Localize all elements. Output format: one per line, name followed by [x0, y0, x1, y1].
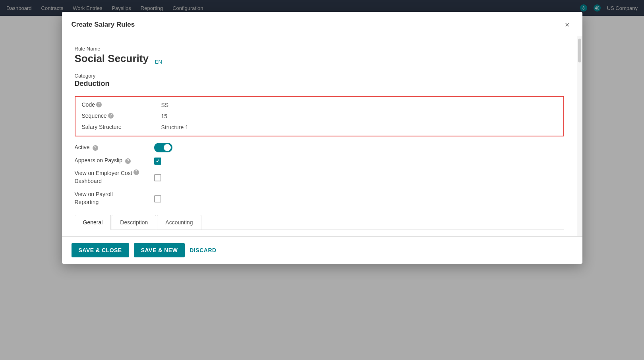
lang-badge[interactable]: EN	[155, 59, 162, 65]
active-label: Active ?	[75, 144, 154, 151]
appears-on-payslip-label: Appears on Payslip ?	[75, 157, 154, 164]
code-label: Code ?	[82, 101, 161, 108]
tab-general[interactable]: General	[75, 215, 111, 230]
modal-body-wrapper: Rule Name Social Security EN Category De…	[62, 36, 582, 236]
sequence-value: 15	[161, 113, 557, 119]
view-payroll-reporting-row: View on PayrollReporting	[75, 191, 564, 207]
tab-description[interactable]: Description	[112, 215, 156, 230]
save-new-button[interactable]: SAVE & NEW	[134, 243, 185, 257]
code-sequence-structure-section: Code ? SS Sequence ? 15 Salary Structure…	[75, 96, 564, 136]
modal-footer: SAVE & CLOSE SAVE & NEW DISCARD	[62, 236, 582, 264]
save-close-button[interactable]: SAVE & CLOSE	[72, 243, 129, 257]
sequence-help-icon[interactable]: ?	[108, 113, 114, 119]
category-section: Category Deduction	[75, 73, 564, 88]
active-help-icon[interactable]: ?	[93, 145, 98, 151]
view-payroll-reporting-label: View on PayrollReporting	[75, 191, 154, 206]
appears-on-payslip-help-icon[interactable]: ?	[125, 158, 131, 164]
tab-accounting[interactable]: Accounting	[157, 215, 201, 230]
rule-name-label: Rule Name	[75, 46, 564, 52]
modal-title: Create Salary Rules	[72, 21, 135, 29]
create-salary-rules-dialog: Create Salary Rules × Rule Name Social S…	[62, 12, 582, 264]
modal-body: Rule Name Social Security EN Category De…	[62, 36, 577, 236]
discard-button[interactable]: DISCARD	[190, 247, 216, 253]
appears-on-payslip-row: Appears on Payslip ?	[75, 157, 564, 165]
rule-name-row: Social Security EN	[75, 53, 564, 71]
active-toggle[interactable]	[154, 143, 172, 152]
appears-on-payslip-checkbox[interactable]	[154, 158, 161, 165]
view-employer-cost-row: View on Employer CostDashboard ?	[75, 169, 564, 186]
salary-structure-label: Salary Structure	[82, 124, 161, 130]
code-help-icon[interactable]: ?	[96, 102, 102, 107]
employer-cost-help-icon[interactable]: ?	[133, 169, 139, 175]
code-value: SS	[161, 102, 557, 108]
modal-scrollbar[interactable]	[577, 36, 582, 236]
sequence-label: Sequence ?	[82, 113, 161, 119]
toggle-slider	[154, 143, 172, 152]
modal-header: Create Salary Rules ×	[62, 12, 582, 36]
view-payroll-reporting-checkbox[interactable]	[154, 195, 161, 202]
active-row: Active ?	[75, 143, 564, 152]
salary-structure-value: Structure 1	[161, 124, 557, 130]
rule-name-section: Rule Name Social Security EN	[75, 46, 564, 71]
tabs-section: General Description Accounting	[75, 215, 564, 230]
category-label: Category	[75, 73, 564, 79]
category-value: Deduction	[75, 80, 564, 88]
modal-close-button[interactable]: ×	[562, 19, 573, 30]
rule-name-value: Social Security	[75, 53, 149, 65]
scrollbar-thumb	[578, 39, 581, 62]
view-employer-cost-checkbox[interactable]	[154, 174, 161, 181]
view-employer-cost-label: View on Employer CostDashboard ?	[75, 169, 154, 185]
